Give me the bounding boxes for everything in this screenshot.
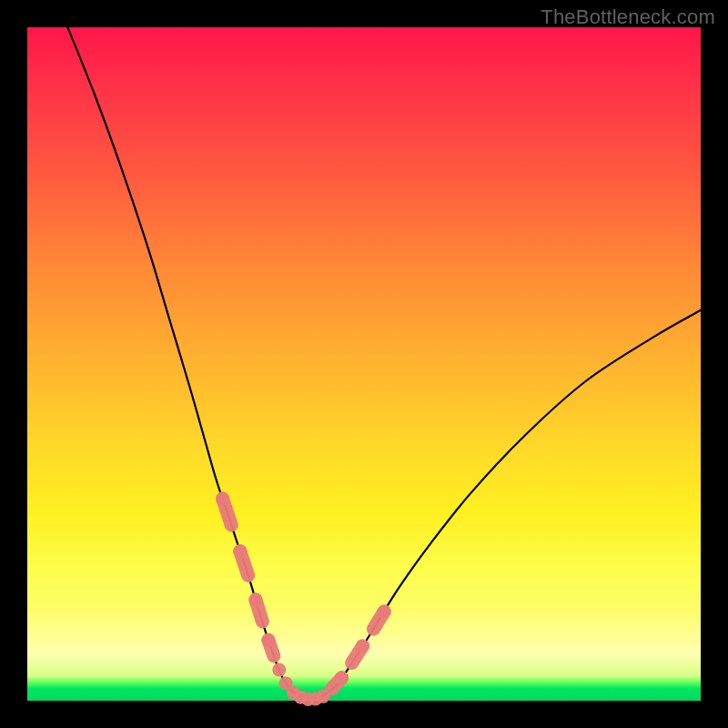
bottleneck-curve (67, 27, 701, 699)
bead-marker (268, 640, 274, 655)
bead-marker (223, 499, 232, 525)
bead-marker (356, 639, 369, 652)
bead-marker (256, 600, 262, 622)
watermark-label: TheBottleneck.com (541, 5, 715, 29)
plot-frame (27, 27, 701, 701)
bead-marker (335, 671, 349, 684)
bead-marker (378, 604, 391, 618)
bead-marker (272, 663, 286, 677)
bead-markers (216, 492, 391, 706)
curve-layer (27, 27, 701, 701)
chart-stage: TheBottleneck.com (0, 0, 728, 728)
bead-marker (240, 551, 248, 576)
